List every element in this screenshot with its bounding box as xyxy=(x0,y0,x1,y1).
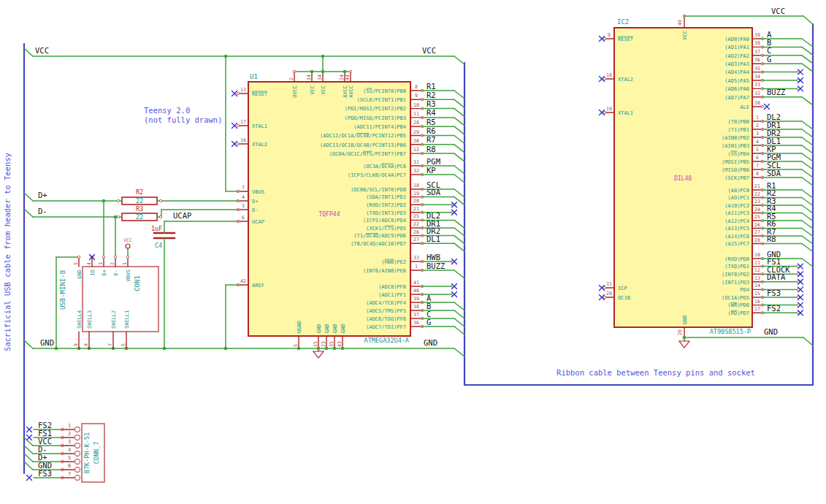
pin-name: VCC xyxy=(310,85,316,95)
net-label-gnd-right[interactable]: GND xyxy=(764,327,778,336)
net-label[interactable]: A xyxy=(767,30,772,39)
wire xyxy=(454,348,464,356)
wire xyxy=(454,302,464,310)
net-label[interactable]: R3 xyxy=(427,99,436,108)
net-label[interactable]: R8 xyxy=(767,234,776,243)
net-label-vcc-left[interactable]: VCC xyxy=(35,46,49,55)
net-label[interactable]: R5 xyxy=(427,118,436,126)
pin-number: 42 xyxy=(240,278,246,284)
pin-number: 20 xyxy=(413,198,419,204)
pin-number: 19 xyxy=(413,191,419,196)
net-label[interactable]: R6 xyxy=(427,126,436,135)
r2-ref[interactable]: R2 xyxy=(136,188,143,196)
pin-number: 31 xyxy=(606,281,612,287)
pin-name: (HWB)PE2 xyxy=(381,259,406,265)
pin-number: 26 xyxy=(413,229,419,235)
vcc-power-flag[interactable] xyxy=(126,244,130,257)
pin-number: 34 xyxy=(754,74,760,80)
net-label-dplus[interactable]: D+ xyxy=(38,191,47,199)
net-label[interactable]: C xyxy=(767,46,771,55)
pin-name: D+ xyxy=(102,270,107,275)
net-label-gnd-left[interactable]: GND xyxy=(40,338,54,347)
ic2-ref[interactable]: IC2 xyxy=(617,18,629,26)
net-label[interactable]: BUZZ xyxy=(767,88,785,96)
wire xyxy=(454,56,464,64)
pin-number: 40 xyxy=(677,20,683,26)
schematic-canvas[interactable]: 8(SS/PCINT0)PB0R19(SCLK/PCINT1)PB1R210(P… xyxy=(0,0,826,504)
c4-ref[interactable]: C4 xyxy=(155,242,162,249)
wire xyxy=(454,243,464,251)
net-label[interactable]: G xyxy=(767,55,771,64)
pin-name: (A9)PC1 xyxy=(727,195,749,201)
wire xyxy=(802,145,813,153)
net-label-dminus[interactable]: D- xyxy=(38,207,47,215)
wire xyxy=(454,118,464,126)
pin-name: (SS)PB4 xyxy=(727,151,749,157)
wire xyxy=(24,48,33,56)
pin-number: 20 xyxy=(677,329,683,335)
r3-value[interactable]: 22 xyxy=(136,213,143,221)
pin-name: (ICP2/ADC8)PD4 xyxy=(363,218,406,224)
pin-number: 11 xyxy=(413,111,419,117)
pin-number: 6 xyxy=(756,155,759,161)
net-label[interactable]: HWB xyxy=(427,253,440,261)
pin-number: 27 xyxy=(413,237,419,243)
wire xyxy=(454,270,464,278)
net-label[interactable]: R7 xyxy=(427,135,436,144)
conn7-rows[interactable]: 1FS22FS13VCC4D-5D+6GND7FS3 xyxy=(24,421,80,481)
pin-name: (AD5)PA5 xyxy=(724,78,749,84)
u1-ref[interactable]: U1 xyxy=(250,73,258,80)
net-label[interactable]: SDA xyxy=(767,169,781,177)
pin-name: UCAP xyxy=(252,219,264,225)
wire xyxy=(802,236,813,244)
pin-number: 39 xyxy=(413,296,419,302)
pin-number: 4 xyxy=(756,139,759,145)
vcc-flag-label: VCC xyxy=(123,237,132,243)
wire xyxy=(802,169,813,177)
wire xyxy=(802,153,813,161)
conn7-ref[interactable]: CONN_7 xyxy=(93,442,100,465)
pin-number: 21 xyxy=(413,206,419,212)
usb-connector-ref[interactable]: CON1 xyxy=(134,275,141,291)
net-label[interactable]: PGM xyxy=(427,157,440,166)
net-label[interactable]: B xyxy=(767,38,771,47)
net-label-vcc-mid[interactable]: VCC xyxy=(422,46,436,55)
pin-end-dot xyxy=(159,199,161,202)
net-label[interactable]: SDA xyxy=(427,188,441,196)
pin-end-dot xyxy=(237,142,239,145)
net-label[interactable]: BUZZ xyxy=(427,261,445,270)
net-label[interactable]: FS3 xyxy=(767,289,781,297)
net-label[interactable]: R2 xyxy=(427,91,436,99)
pin-number: 32 xyxy=(754,91,760,96)
r3-ref[interactable]: R3 xyxy=(136,205,143,213)
pin-number: 15 xyxy=(754,291,760,297)
r2-value[interactable]: 22 xyxy=(136,197,143,205)
pin-name: (A15)PC7 xyxy=(724,241,749,247)
capacitor-c4-body[interactable] xyxy=(154,233,175,238)
pin-end-dot xyxy=(237,92,239,94)
pin-name: OC1B xyxy=(618,295,630,301)
pin-name: (T1)PB1 xyxy=(727,127,749,133)
net-label[interactable]: KP xyxy=(427,166,436,175)
pin-number: 3 xyxy=(98,262,104,265)
net-label[interactable]: R4 xyxy=(427,108,436,117)
net-label[interactable]: FS3 xyxy=(38,469,52,478)
ic2-right-pins[interactable]: 39(AD0)PA0A38(AD1)PA1B37(AD2)PA2C36(AD3)… xyxy=(722,30,813,316)
net-label-gnd-mid[interactable]: GND xyxy=(424,338,437,347)
usb-connector-pins[interactable]: 5GND4ID3D+2D-1VBUS9SHELL48SHELL37SHELL26… xyxy=(73,255,131,349)
net-label-vcc-right[interactable]: VCC xyxy=(771,7,785,15)
pin-number: 38 xyxy=(754,40,760,46)
pin-number: 3 xyxy=(242,203,245,209)
pin-number: 23 xyxy=(321,341,326,347)
net-label[interactable]: DATA xyxy=(767,272,786,281)
pin-number: 5 xyxy=(756,147,759,153)
net-label[interactable]: G xyxy=(427,318,431,327)
c4-value[interactable]: 1uF xyxy=(151,225,162,232)
net-label-ucap[interactable]: UCAP xyxy=(173,211,191,220)
net-label[interactable]: R8 xyxy=(427,145,436,153)
net-label[interactable]: FS2 xyxy=(767,304,781,313)
net-label[interactable]: DL1 xyxy=(427,234,440,243)
net-label[interactable]: R1 xyxy=(427,82,436,91)
pin-number: 17 xyxy=(754,306,760,312)
pin-number: 37 xyxy=(413,312,419,318)
